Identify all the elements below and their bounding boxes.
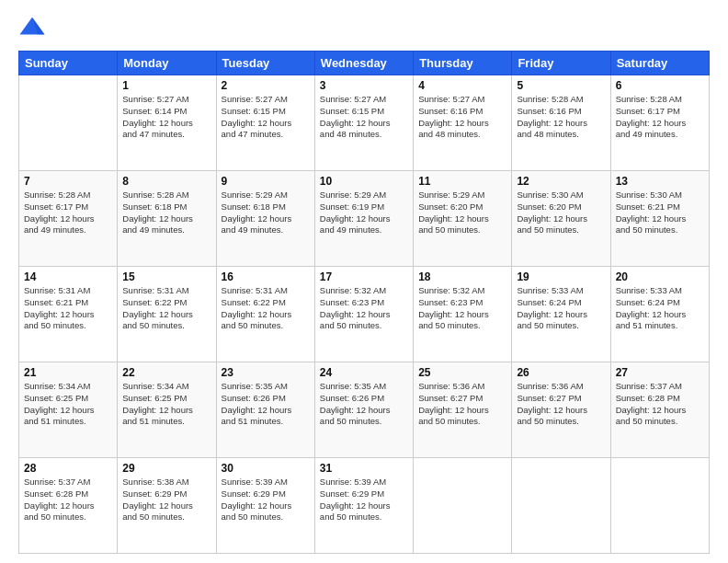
calendar-header-row: SundayMondayTuesdayWednesdayThursdayFrid…	[19, 52, 710, 75]
day-info: Sunrise: 5:33 AM Sunset: 6:24 PM Dayligh…	[517, 285, 605, 332]
day-number: 9	[222, 175, 310, 188]
day-info: Sunrise: 5:34 AM Sunset: 6:25 PM Dayligh…	[122, 381, 210, 428]
day-info: Sunrise: 5:32 AM Sunset: 6:23 PM Dayligh…	[320, 285, 408, 332]
calendar-day-cell: 18Sunrise: 5:32 AM Sunset: 6:23 PM Dayli…	[414, 267, 512, 362]
calendar-day-cell: 29Sunrise: 5:38 AM Sunset: 6:29 PM Dayli…	[118, 458, 216, 554]
day-number: 28	[24, 462, 112, 475]
calendar-day-header: Wednesday	[314, 52, 413, 75]
calendar-day-cell	[19, 75, 118, 171]
day-number: 6	[616, 79, 704, 92]
calendar-day-cell: 5Sunrise: 5:28 AM Sunset: 6:16 PM Daylig…	[512, 75, 610, 171]
calendar-day-cell: 13Sunrise: 5:30 AM Sunset: 6:21 PM Dayli…	[610, 171, 709, 267]
day-info: Sunrise: 5:29 AM Sunset: 6:20 PM Dayligh…	[418, 190, 506, 236]
calendar-day-cell: 19Sunrise: 5:33 AM Sunset: 6:24 PM Dayli…	[512, 267, 610, 362]
calendar-day-header: Thursday	[414, 52, 512, 75]
calendar-day-cell: 27Sunrise: 5:37 AM Sunset: 6:28 PM Dayli…	[610, 362, 709, 458]
day-number: 22	[122, 366, 210, 379]
day-info: Sunrise: 5:28 AM Sunset: 6:18 PM Dayligh…	[122, 190, 210, 236]
calendar-day-cell: 11Sunrise: 5:29 AM Sunset: 6:20 PM Dayli…	[414, 171, 512, 267]
day-info: Sunrise: 5:27 AM Sunset: 6:16 PM Dayligh…	[418, 94, 506, 141]
day-info: Sunrise: 5:27 AM Sunset: 6:15 PM Dayligh…	[222, 94, 310, 141]
calendar-week-row: 21Sunrise: 5:34 AM Sunset: 6:25 PM Dayli…	[19, 362, 710, 458]
day-info: Sunrise: 5:31 AM Sunset: 6:22 PM Dayligh…	[222, 285, 310, 332]
day-info: Sunrise: 5:28 AM Sunset: 6:16 PM Dayligh…	[517, 94, 605, 141]
day-info: Sunrise: 5:34 AM Sunset: 6:25 PM Dayligh…	[24, 381, 112, 428]
day-number: 14	[24, 270, 112, 283]
day-number: 17	[320, 270, 408, 283]
day-number: 8	[122, 175, 210, 188]
calendar-day-cell: 8Sunrise: 5:28 AM Sunset: 6:18 PM Daylig…	[118, 171, 216, 267]
day-number: 4	[418, 79, 506, 92]
day-number: 13	[616, 175, 704, 188]
day-info: Sunrise: 5:39 AM Sunset: 6:29 PM Dayligh…	[222, 477, 310, 523]
day-info: Sunrise: 5:32 AM Sunset: 6:23 PM Dayligh…	[418, 285, 506, 332]
day-number: 29	[122, 462, 210, 475]
calendar-day-header: Tuesday	[216, 52, 314, 75]
calendar-day-cell: 6Sunrise: 5:28 AM Sunset: 6:17 PM Daylig…	[610, 75, 709, 171]
day-number: 7	[24, 175, 112, 188]
page: SundayMondayTuesdayWednesdayThursdayFrid…	[0, 0, 728, 563]
calendar-day-cell: 9Sunrise: 5:29 AM Sunset: 6:18 PM Daylig…	[216, 171, 314, 267]
day-number: 5	[517, 79, 605, 92]
calendar-day-cell: 1Sunrise: 5:27 AM Sunset: 6:14 PM Daylig…	[118, 75, 216, 171]
day-number: 12	[517, 175, 605, 188]
calendar-day-cell: 26Sunrise: 5:36 AM Sunset: 6:27 PM Dayli…	[512, 362, 610, 458]
calendar-day-cell: 7Sunrise: 5:28 AM Sunset: 6:17 PM Daylig…	[19, 171, 118, 267]
calendar-day-cell: 21Sunrise: 5:34 AM Sunset: 6:25 PM Dayli…	[19, 362, 118, 458]
day-info: Sunrise: 5:29 AM Sunset: 6:18 PM Dayligh…	[222, 190, 310, 236]
day-info: Sunrise: 5:30 AM Sunset: 6:21 PM Dayligh…	[616, 190, 704, 236]
calendar-day-cell: 24Sunrise: 5:35 AM Sunset: 6:26 PM Dayli…	[314, 362, 413, 458]
calendar-day-cell: 30Sunrise: 5:39 AM Sunset: 6:29 PM Dayli…	[216, 458, 314, 554]
day-info: Sunrise: 5:35 AM Sunset: 6:26 PM Dayligh…	[222, 381, 310, 428]
calendar-day-cell: 3Sunrise: 5:27 AM Sunset: 6:15 PM Daylig…	[314, 75, 413, 171]
day-number: 31	[320, 462, 408, 475]
calendar-day-cell: 25Sunrise: 5:36 AM Sunset: 6:27 PM Dayli…	[414, 362, 512, 458]
day-number: 23	[222, 366, 310, 379]
calendar-day-header: Friday	[512, 52, 610, 75]
calendar-day-cell: 15Sunrise: 5:31 AM Sunset: 6:22 PM Dayli…	[118, 267, 216, 362]
calendar-day-cell: 28Sunrise: 5:37 AM Sunset: 6:28 PM Dayli…	[19, 458, 118, 554]
calendar-table: SundayMondayTuesdayWednesdayThursdayFrid…	[18, 51, 710, 554]
calendar-week-row: 7Sunrise: 5:28 AM Sunset: 6:17 PM Daylig…	[19, 171, 710, 267]
day-number: 20	[616, 270, 704, 283]
calendar-week-row: 14Sunrise: 5:31 AM Sunset: 6:21 PM Dayli…	[19, 267, 710, 362]
calendar-day-cell: 10Sunrise: 5:29 AM Sunset: 6:19 PM Dayli…	[314, 171, 413, 267]
day-number: 2	[222, 79, 310, 92]
day-number: 11	[418, 175, 506, 188]
logo	[18, 14, 51, 41]
calendar-day-cell	[610, 458, 709, 554]
calendar-day-cell: 17Sunrise: 5:32 AM Sunset: 6:23 PM Dayli…	[314, 267, 413, 362]
day-info: Sunrise: 5:33 AM Sunset: 6:24 PM Dayligh…	[616, 285, 704, 332]
header	[18, 14, 710, 41]
day-info: Sunrise: 5:30 AM Sunset: 6:20 PM Dayligh…	[517, 190, 605, 236]
day-info: Sunrise: 5:28 AM Sunset: 6:17 PM Dayligh…	[24, 190, 112, 236]
calendar-day-cell: 14Sunrise: 5:31 AM Sunset: 6:21 PM Dayli…	[19, 267, 118, 362]
calendar-day-cell: 23Sunrise: 5:35 AM Sunset: 6:26 PM Dayli…	[216, 362, 314, 458]
logo-icon	[18, 14, 46, 41]
day-number: 26	[517, 366, 605, 379]
calendar-day-cell	[414, 458, 512, 554]
calendar-day-header: Sunday	[19, 52, 118, 75]
day-number: 16	[222, 270, 310, 283]
calendar-day-cell: 12Sunrise: 5:30 AM Sunset: 6:20 PM Dayli…	[512, 171, 610, 267]
calendar-day-cell	[512, 458, 610, 554]
day-number: 15	[122, 270, 210, 283]
day-number: 3	[320, 79, 408, 92]
calendar-week-row: 1Sunrise: 5:27 AM Sunset: 6:14 PM Daylig…	[19, 75, 710, 171]
day-number: 1	[122, 79, 210, 92]
day-info: Sunrise: 5:37 AM Sunset: 6:28 PM Dayligh…	[616, 381, 704, 428]
day-info: Sunrise: 5:38 AM Sunset: 6:29 PM Dayligh…	[122, 477, 210, 523]
day-number: 25	[418, 366, 506, 379]
calendar-day-cell: 20Sunrise: 5:33 AM Sunset: 6:24 PM Dayli…	[610, 267, 709, 362]
day-number: 10	[320, 175, 408, 188]
calendar-day-cell: 2Sunrise: 5:27 AM Sunset: 6:15 PM Daylig…	[216, 75, 314, 171]
calendar-day-cell: 31Sunrise: 5:39 AM Sunset: 6:29 PM Dayli…	[314, 458, 413, 554]
day-info: Sunrise: 5:28 AM Sunset: 6:17 PM Dayligh…	[616, 94, 704, 141]
calendar-week-row: 28Sunrise: 5:37 AM Sunset: 6:28 PM Dayli…	[19, 458, 710, 554]
day-number: 21	[24, 366, 112, 379]
day-info: Sunrise: 5:27 AM Sunset: 6:14 PM Dayligh…	[122, 94, 210, 141]
calendar-day-cell: 22Sunrise: 5:34 AM Sunset: 6:25 PM Dayli…	[118, 362, 216, 458]
day-number: 24	[320, 366, 408, 379]
day-info: Sunrise: 5:36 AM Sunset: 6:27 PM Dayligh…	[517, 381, 605, 428]
calendar-day-header: Monday	[118, 52, 216, 75]
